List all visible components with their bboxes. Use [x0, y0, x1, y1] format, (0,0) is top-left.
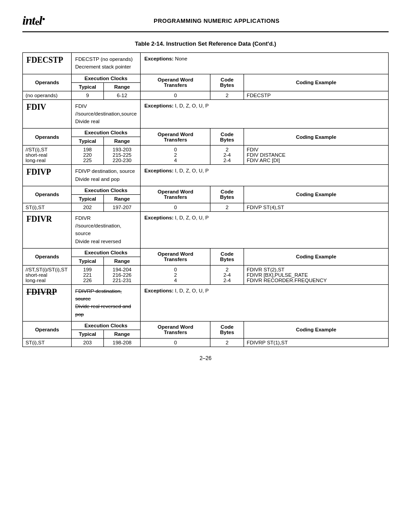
fdivp-codebytes-header: CodeBytes: [210, 186, 244, 203]
fdivp-opword-val: 0: [141, 203, 210, 211]
fdivp-name: FDIVP: [23, 165, 72, 186]
fdiv-desc: FDIV //source/destination,source Divide …: [72, 99, 141, 129]
fdivr-name: FDIVR: [23, 211, 72, 248]
fdivr-codebytes-header: CodeBytes: [210, 248, 244, 265]
table-title: Table 2-14. Instruction Set Reference Da…: [22, 40, 389, 47]
fdivrp-operands-label: Operands: [23, 321, 72, 338]
fdivrp-header-row: FDIVRP FDIVRP destination, source Divide…: [23, 284, 389, 321]
fdivr-operands-val: //ST,ST(i)/ST(i),ST short-real long-real: [23, 265, 72, 284]
fdivp-data-row: ST(i),ST 202 197-207 0 2 FDIVP ST(4),ST: [23, 203, 389, 211]
fdivr-desc: FDIVR //source/destination, source Divid…: [72, 211, 141, 248]
fdivr-codebytes-val: 2 2-4 2-4: [210, 265, 244, 284]
fdivrp-codebytes-val: 2: [210, 338, 244, 347]
fdivp-coding-header: Coding Example: [244, 186, 389, 203]
fdiv-range-val: 193-203 215-225 220-230: [103, 146, 141, 165]
fdiv-exec-clocks-header: Execution Clocks: [72, 129, 141, 137]
fdivp-range-val: 197-207: [103, 203, 141, 211]
fdecstp-header-row: FDECSTP FDECSTP (no operands) Decrement …: [23, 53, 389, 74]
fdivp-operands-row: Operands Execution Clocks Operand WordTr…: [23, 186, 389, 194]
fdecstp-operands-row: Operands Execution Clocks Operand WordTr…: [23, 74, 389, 82]
fdivp-range-header: Range: [103, 194, 141, 203]
intel-logo: intel: [22, 13, 45, 28]
fdivp-operands-val: ST(i),ST: [23, 203, 72, 211]
fdivr-opword-header: Operand WordTransfers: [141, 248, 210, 265]
fdivrp-range-val: 198-208: [103, 338, 141, 347]
fdivr-data-row: //ST,ST(i)/ST(i),ST short-real long-real…: [23, 265, 389, 284]
fdiv-coding-header: Coding Example: [244, 129, 389, 146]
fdiv-typical-header: Typical: [72, 137, 104, 146]
fdiv-opword-header: Operand WordTransfers: [141, 129, 210, 146]
fdecstp-exec-clocks-header: Execution Clocks: [72, 74, 141, 82]
fdiv-coding-val: FDIV FDIV DISTANCE FDIV ARC [DI]: [244, 146, 389, 165]
fdivrp-operands-row: Operands Execution Clocks Operand WordTr…: [23, 321, 389, 330]
fdivrp-data-row: ST(i),ST 203 198-208 0 2 FDIVRP ST(1),ST: [23, 338, 389, 347]
fdiv-codebytes-header: CodeBytes: [210, 129, 244, 146]
fdecstp-coding-val: FDECSTP: [244, 91, 389, 99]
fdiv-range-header: Range: [103, 137, 141, 146]
fdiv-opword-val: 0 2 4: [141, 146, 210, 165]
fdecstp-exceptions: Exceptions: None: [141, 53, 389, 74]
fdivrp-range-header: Range: [103, 330, 141, 338]
fdivp-exceptions: Exceptions: I, D, Z, O, U, P: [141, 165, 389, 186]
fdecstp-opword-header: Operand WordTransfers: [141, 74, 210, 91]
fdecstp-name: FDECSTP: [23, 53, 72, 74]
fdecstp-typical-header: Typical: [72, 82, 104, 91]
fdecstp-coding-header: Coding Example: [244, 74, 389, 91]
fdivrp-desc: FDIVRP destination, source Divide real r…: [72, 284, 141, 321]
fdivrp-opword-val: 0: [141, 338, 210, 347]
fdivp-codebytes-val: 2: [210, 203, 244, 211]
fdecstp-typical-val: 9: [72, 91, 104, 99]
fdivrp-exceptions: Exceptions: I, D, Z, O, U, P: [141, 284, 389, 321]
fdivr-header-row: FDIVR FDIVR //source/destination, source…: [23, 211, 389, 248]
fdecstp-operands-val: (no operands): [23, 91, 72, 99]
page-title: PROGRAMMING NUMERIC APPLICATIONS: [45, 17, 389, 24]
fdivr-exceptions: Exceptions: I, D, Z, O, U, P: [141, 211, 389, 248]
fdivrp-coding-header: Coding Example: [244, 321, 389, 338]
page-footer: 2–26: [22, 355, 389, 361]
fdivp-operands-label: Operands: [23, 186, 72, 203]
fdivp-exec-clocks-header: Execution Clocks: [72, 186, 141, 194]
fdecstp-opword-val: 0: [141, 91, 210, 99]
fdivp-opword-header: Operand WordTransfers: [141, 186, 210, 203]
fdecstp-codebytes-header: CodeBytes: [210, 74, 244, 91]
fdivrp-coding-val: FDIVRP ST(1),ST: [244, 338, 389, 347]
fdivr-typical-val: 199 221 226: [72, 265, 104, 284]
fdivr-opword-val: 0 2 4: [141, 265, 210, 284]
fdiv-header-row: FDIV FDIV //source/destination,source Di…: [23, 99, 389, 129]
fdivr-operands-label: Operands: [23, 248, 72, 265]
fdivrp-operands-val: ST(i),ST: [23, 338, 72, 347]
page-number: 2–26: [200, 355, 212, 361]
fdiv-operands-row: Operands Execution Clocks Operand WordTr…: [23, 129, 389, 137]
fdivr-range-val: 194-204 216-226 221-231: [103, 265, 141, 284]
fdivp-coding-val: FDIVP ST(4),ST: [244, 203, 389, 211]
page-header: intel PROGRAMMING NUMERIC APPLICATIONS: [22, 13, 389, 32]
fdecstp-codebytes-val: 2: [210, 91, 244, 99]
fdiv-exceptions: Exceptions: I, D, Z, O, U, P: [141, 99, 389, 129]
fdecstp-operands-label: Operands: [23, 74, 72, 91]
fdiv-codebytes-val: 2 2-4 2-4: [210, 146, 244, 165]
fdecstp-range-val: 6-12: [103, 91, 141, 99]
instruction-table: FDECSTP FDECSTP (no operands) Decrement …: [22, 52, 389, 347]
fdiv-name: FDIV: [23, 99, 72, 129]
fdecstp-range-header: Range: [103, 82, 141, 91]
fdivr-range-header: Range: [103, 257, 141, 265]
fdivrp-typical-val: 203: [72, 338, 104, 347]
fdecstp-desc: FDECSTP (no operands) Decrement stack po…: [72, 53, 141, 74]
fdivr-operands-row: Operands Execution Clocks Operand WordTr…: [23, 248, 389, 257]
fdivr-typical-header: Typical: [72, 257, 104, 265]
fdivrp-codebytes-header: CodeBytes: [210, 321, 244, 338]
fdiv-data-row: //ST(i),ST short-real long-real 198 220 …: [23, 146, 389, 165]
fdivp-typical-val: 202: [72, 203, 104, 211]
fdivp-header-row: FDIVP FDIVP destination, source Divide r…: [23, 165, 389, 186]
fdecstp-data-row: (no operands) 9 6-12 0 2 FDECSTP: [23, 91, 389, 99]
fdivrp-typical-header: Typical: [72, 330, 104, 338]
fdivp-typical-header: Typical: [72, 194, 104, 203]
fdivr-coding-header: Coding Example: [244, 248, 389, 265]
page: intel PROGRAMMING NUMERIC APPLICATIONS T…: [0, 0, 411, 532]
fdiv-operands-val: //ST(i),ST short-real long-real: [23, 146, 72, 165]
fdiv-operands-label: Operands: [23, 129, 72, 146]
fdivrp-exec-clocks-header: Execution Clocks: [72, 321, 141, 330]
fdivp-desc: FDIVP destination, source Divide real an…: [72, 165, 141, 186]
fdiv-typical-val: 198 220 225: [72, 146, 104, 165]
fdivrp-opword-header: Operand WordTransfers: [141, 321, 210, 338]
